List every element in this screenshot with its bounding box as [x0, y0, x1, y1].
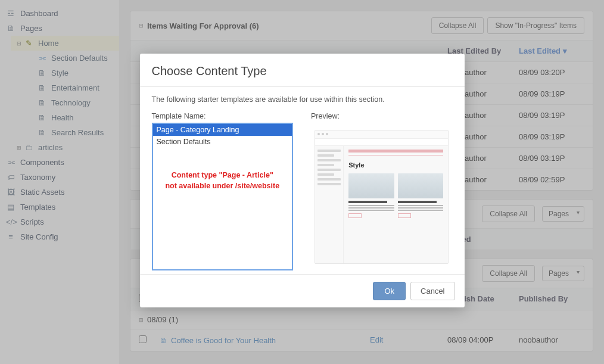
template-list[interactable]: Page - Category Landing Section Defaults… — [152, 123, 294, 270]
preview-thumb: Style — [315, 130, 449, 264]
modal-title: Choose Content Type — [152, 64, 453, 78]
modal-message: The following starter templates are avai… — [152, 95, 453, 104]
template-option[interactable]: Page - Category Landing — [153, 124, 292, 136]
choose-content-type-modal: Choose Content Type The following starte… — [140, 54, 465, 307]
preview-label: Preview: — [311, 112, 453, 120]
cancel-button[interactable]: Cancel — [410, 282, 454, 300]
modal-overlay[interactable]: Choose Content Type The following starte… — [0, 0, 604, 364]
template-option[interactable]: Section Defaults — [153, 136, 292, 148]
preview-box: Style — [311, 123, 453, 270]
preview-title: Style — [348, 161, 443, 169]
annotation: Content type "Page - Article" not availa… — [153, 170, 292, 191]
template-name-label: Template Name: — [152, 112, 294, 120]
ok-button[interactable]: Ok — [373, 282, 406, 300]
